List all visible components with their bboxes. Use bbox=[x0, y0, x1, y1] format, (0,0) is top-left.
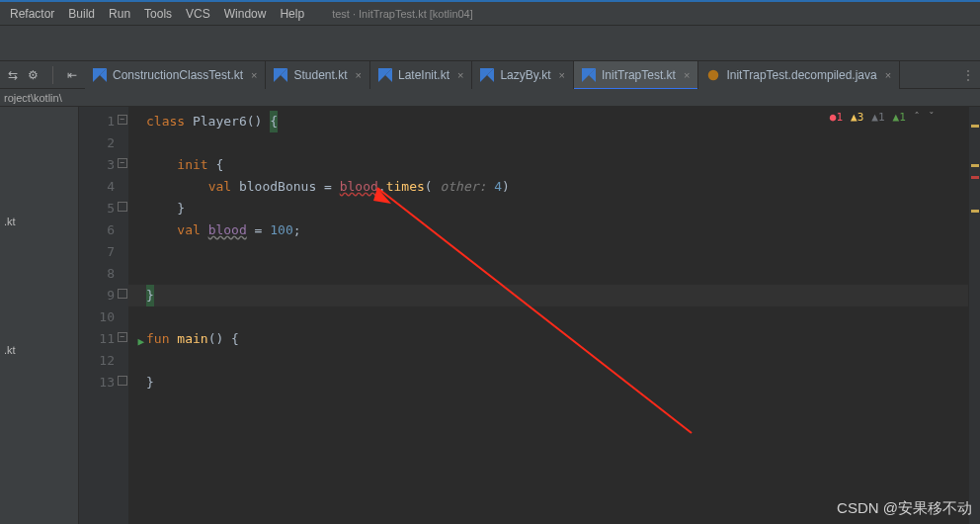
fold-end-icon[interactable] bbox=[118, 202, 127, 212]
tab-label: InitTrapTest.kt bbox=[602, 68, 676, 82]
tab-label: ConstructionClassTest.kt bbox=[113, 68, 243, 82]
tab-label: Student.kt bbox=[293, 68, 347, 82]
fold-icon[interactable]: − bbox=[118, 332, 127, 342]
editor-toolbar: ⇆ ⚙ ⇤ ConstructionClassTest.kt × Student… bbox=[0, 61, 980, 89]
kotlin-file-icon bbox=[378, 68, 392, 82]
watermark: CSDN @安果移不动 bbox=[837, 499, 972, 518]
kotlin-file-icon bbox=[274, 68, 287, 82]
gutter[interactable]: 1− 2 3− 4 5 6 7 8 9 10 11−▶ 12 13 bbox=[79, 107, 128, 524]
more-tabs-icon[interactable]: ⋮ bbox=[956, 68, 980, 82]
tab-student[interactable]: Student.kt × bbox=[266, 61, 369, 89]
code-editor[interactable]: 1− 2 3− 4 5 6 7 8 9 10 11−▶ 12 13 ●1 ▲3 … bbox=[79, 107, 980, 524]
close-icon[interactable]: × bbox=[251, 69, 257, 81]
error-stripe[interactable] bbox=[968, 107, 980, 524]
collapse-icon[interactable]: ⇤ bbox=[67, 68, 77, 82]
fold-end-icon[interactable] bbox=[118, 289, 127, 299]
close-icon[interactable]: × bbox=[684, 69, 690, 81]
editor-tabs: ConstructionClassTest.kt × Student.kt × … bbox=[85, 61, 956, 89]
close-icon[interactable]: × bbox=[559, 69, 565, 81]
code-line: } bbox=[128, 372, 968, 393]
code-line bbox=[128, 306, 968, 328]
sidebar-file[interactable]: .kt bbox=[4, 216, 16, 227]
select-open-icon[interactable]: ⇆ bbox=[8, 68, 18, 82]
tab-inittraptest[interactable]: InitTrapTest.kt × bbox=[574, 61, 698, 89]
toolbar-spacer bbox=[0, 26, 980, 61]
main-menu: Refactor Build Run Tools VCS Window Help… bbox=[0, 2, 980, 26]
inspection-widget[interactable]: ●1 ▲3 ▲1 ▲1 ˆ ˇ bbox=[830, 111, 935, 124]
breadcrumb[interactable]: roject\kotlin\ bbox=[0, 89, 980, 107]
chevron-down-icon[interactable]: ˇ bbox=[928, 111, 935, 124]
menu-help[interactable]: Help bbox=[274, 5, 310, 23]
fold-icon[interactable]: − bbox=[118, 158, 127, 168]
tab-label: LateInit.kt bbox=[398, 68, 449, 82]
separator bbox=[52, 66, 53, 84]
menu-vcs[interactable]: VCS bbox=[180, 5, 216, 23]
chevron-up-icon[interactable]: ˆ bbox=[914, 111, 921, 124]
code-line: val blood = 100; bbox=[128, 219, 968, 241]
fold-end-icon[interactable] bbox=[118, 376, 127, 386]
kotlin-file-icon bbox=[93, 68, 107, 82]
gear-icon[interactable]: ⚙ bbox=[28, 68, 39, 82]
code-line bbox=[128, 350, 968, 372]
menu-tools[interactable]: Tools bbox=[138, 5, 178, 23]
close-icon[interactable]: × bbox=[885, 69, 891, 81]
tab-lateinit[interactable]: LateInit.kt × bbox=[370, 61, 472, 89]
code-line: } bbox=[128, 198, 968, 219]
tab-label: InitTrapTest.decompiled.java bbox=[726, 68, 876, 82]
window-title: test · InitTrapTest.kt [kotlin04] bbox=[332, 8, 473, 20]
close-icon[interactable]: × bbox=[356, 69, 362, 81]
weak-warning-count: ▲1 bbox=[871, 111, 884, 124]
code-line bbox=[128, 263, 968, 285]
code-area[interactable]: ●1 ▲3 ▲1 ▲1 ˆ ˇ class Player6() { init {… bbox=[128, 107, 968, 524]
tab-constructionclasstest[interactable]: ConstructionClassTest.kt × bbox=[85, 61, 266, 89]
project-sidebar[interactable]: .kt .kt bbox=[0, 107, 79, 524]
close-icon[interactable]: × bbox=[457, 69, 463, 81]
tab-lazyby[interactable]: LazyBy.kt × bbox=[472, 61, 574, 89]
menu-run[interactable]: Run bbox=[103, 5, 136, 23]
kotlin-file-icon bbox=[582, 68, 596, 82]
menu-refactor[interactable]: Refactor bbox=[4, 5, 60, 23]
code-line bbox=[128, 132, 968, 154]
code-line bbox=[128, 241, 968, 263]
code-line: } bbox=[128, 285, 968, 306]
sidebar-file[interactable]: .kt bbox=[4, 344, 16, 356]
menu-window[interactable]: Window bbox=[218, 5, 273, 23]
code-line: fun main() { bbox=[128, 328, 968, 350]
tab-decompiled[interactable]: InitTrapTest.decompiled.java × bbox=[698, 61, 900, 89]
java-file-icon bbox=[706, 68, 720, 82]
fold-icon[interactable]: − bbox=[118, 115, 127, 125]
warning-count: ▲3 bbox=[851, 111, 863, 124]
error-count: ●1 bbox=[830, 111, 843, 124]
code-line: val bloodBonus = blood.times( other: 4) bbox=[128, 176, 968, 198]
tab-label: LazyBy.kt bbox=[500, 68, 550, 82]
code-line: init { bbox=[128, 154, 968, 176]
svg-point-10 bbox=[708, 69, 719, 80]
kotlin-file-icon bbox=[480, 68, 494, 82]
menu-build[interactable]: Build bbox=[62, 5, 101, 23]
typo-count: ▲1 bbox=[893, 111, 906, 124]
